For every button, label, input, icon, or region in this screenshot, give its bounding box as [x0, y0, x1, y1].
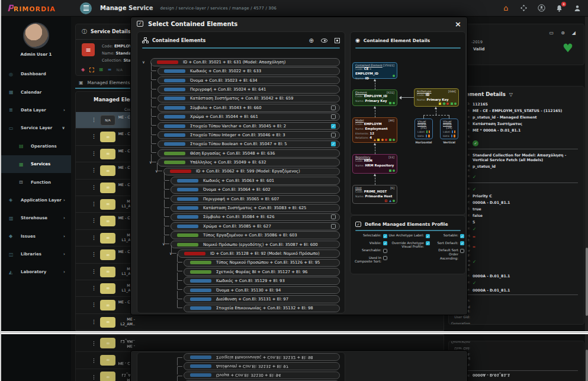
kebab-menu-icon[interactable]: ⋮ [91, 319, 97, 325]
diagram-node-element[interactable]: Element[631] Code: EMPLOYM_ID Name: Prim… [352, 89, 397, 106]
diagram-node-archetype[interactable]: Archetype[644] Code: ID Name: Primary Ke… [414, 88, 459, 107]
tree-row[interactable]: ∨ Υπάλληλος + Con.El: 35049 + El: 632 [141, 158, 341, 167]
sidebar-item[interactable]: Libraries › [1, 245, 71, 263]
diagram-node-repository[interactable]: Repository[11] Code: HRM Name: HRM Repos… [352, 154, 397, 174]
sidebar-item[interactable]: Service Layer ∨ [1, 119, 71, 137]
hamburger-menu-button[interactable] [80, 2, 92, 14]
dashed-frame-icon[interactable] [89, 68, 94, 72]
diagram-node-visual-profile-vertical[interactable]: Visual Profile[14] Label: Data: [440, 119, 458, 139]
row-checkbox[interactable] [331, 105, 336, 110]
tree-row[interactable]: ∨ Στοιχεία Επικοινωνίας + Con.El: 35132 … [141, 353, 341, 361]
kebab-menu-icon[interactable]: ⋮ [91, 341, 97, 347]
tree-row[interactable]: ∨ Σχετικός Φορέας BI + Con.El: 35127 + E… [141, 268, 341, 276]
user-avatar[interactable] [23, 23, 49, 49]
eye-icon[interactable] [321, 39, 327, 43]
profile-checkbox[interactable] [426, 234, 430, 238]
tree-row[interactable]: ∨ Σύμβολο + Con.El: 35043 + El: 660 [141, 104, 341, 112]
sidebar-item[interactable]: Calendar [1, 83, 71, 101]
kebab-menu-icon[interactable]: ⋮ [91, 117, 97, 123]
tree-row[interactable]: ∨ Τύπος Νομικού Προσώπου + Con.El: 35126… [141, 259, 341, 267]
kebab-menu-icon[interactable]: ⋮ [91, 201, 97, 207]
tree-row[interactable]: ∨ Όνομα + Con.El: 35064 + El: 602 [141, 185, 341, 194]
row-checkbox[interactable] [331, 142, 336, 146]
diagram-node-host[interactable]: Host[6] Code: PRIME_HOST Name: Primordia… [352, 185, 397, 204]
tree-row[interactable]: ∨ Κωδικός + Con.El: 35022 + El: 633 [141, 67, 341, 75]
home-icon[interactable]: ⌂ [502, 4, 510, 12]
tree-row[interactable]: ∨ Όνομα + Con.El: 35130 + El: 94 [141, 286, 341, 294]
kebab-menu-icon[interactable]: ⋮ [91, 151, 97, 156]
expand-icon[interactable] [520, 4, 528, 12]
profile-checkbox[interactable] [383, 249, 387, 253]
tree-row[interactable]: ∨ Θέση Εργασίας + Con.El: 35048 + El: 63… [141, 149, 341, 158]
tree-row[interactable]: ∨ ID + Con.El: 35128 + El: 92 (Model: Νο… [141, 249, 341, 258]
rows-icon[interactable]: ≡ [108, 67, 112, 72]
sidebar-item[interactable]: Issues › [1, 228, 71, 245]
share-icon[interactable]: ◈ [81, 67, 85, 72]
row-checkbox[interactable] [331, 133, 336, 137]
row-checkbox[interactable] [331, 214, 336, 219]
tree-row[interactable]: ∨ Κατάσταση Συστήματος + Con.El: 35083 +… [141, 204, 341, 212]
filter-icon[interactable]: ▽ [509, 92, 513, 97]
profile-checkbox[interactable] [383, 234, 387, 238]
kebab-menu-icon[interactable]: ⋮ [91, 167, 97, 173]
kebab-menu-icon[interactable]: ⋮ [91, 358, 97, 364]
kebab-menu-icon[interactable]: ⋮ [91, 235, 97, 241]
profile-checkbox[interactable] [460, 249, 464, 253]
vertical-scrollbar[interactable] [585, 334, 588, 381]
sidebar-item[interactable]: Application Layer › [1, 191, 71, 209]
sidebar-item[interactable]: Function [1, 173, 71, 191]
row-checkbox[interactable] [331, 124, 336, 129]
diagram-node-contained-element[interactable]: Contained Element[35021] Code: CE – EMPL… [352, 62, 397, 79]
sidebar-item[interactable]: Services [1, 155, 71, 173]
scrollbar-thumb[interactable] [586, 350, 588, 381]
kebab-menu-icon[interactable]: ⋮ [91, 285, 97, 291]
notifications-bell-icon[interactable]: 8 [555, 4, 563, 12]
table-row[interactable]: ⋮ ∞ ME - L2_AM.. [76, 335, 444, 351]
diagram-node-visual-profile-horizontal[interactable]: Visual Profile[01] Label: Data: [415, 119, 433, 139]
vertical-scrollbar[interactable] [585, 17, 588, 331]
profile-checkbox[interactable] [426, 241, 430, 245]
scrollbar-thumb[interactable] [586, 248, 588, 316]
grid-icon[interactable]: ⊞ [99, 67, 103, 72]
sidebar-item[interactable]: Storehouse › [1, 209, 71, 227]
tree-row[interactable]: ∨ ID + Con.El: 35021 + El: 631 (Model: Α… [141, 58, 341, 66]
tree-row[interactable]: ∨ Στοιχείο Τύπου Boolean + Con.El: 35047… [141, 140, 341, 149]
tree-row[interactable]: ∨ Στοιχείο Τύπου Integer + Con.El: 35046… [141, 131, 341, 139]
sidebar-item[interactable]: Data Layer › [1, 101, 71, 119]
tree-row[interactable]: ∨ Στοιχείο Τύπου Varchar + Con.El: 35045… [141, 122, 341, 130]
gear-icon[interactable]: ⊛ [561, 30, 565, 36]
tree-row[interactable]: ∨ Όνομα + Con.El: 35130 + El: 94 [141, 372, 341, 380]
sidebar-item[interactable]: Operations [1, 137, 71, 155]
kebab-menu-icon[interactable]: ⋮ [91, 217, 97, 223]
profile-checkbox[interactable] [383, 256, 387, 260]
tree-row[interactable]: ∨ Χρώμα + Con.El: 35085 + El: 627 [141, 222, 341, 230]
tree-row[interactable]: ∨ Στοιχεία Επικοινωνίας + Con.El: 35132 … [141, 305, 341, 313]
tree-row[interactable]: ∨ ID + Con.El: 35062 + El: 599 (Model: Ε… [141, 168, 341, 176]
tree-row[interactable]: ∨ Περιγραφή + Con.El: 35024 + El: 641 [141, 85, 341, 94]
tree-row[interactable]: ∨ Σύμβολο + Con.El: 35084 + El: 626 [141, 213, 341, 222]
tree-row[interactable]: ∨ Διεύθυνση + Con.El: 35131 + El: 97 [141, 362, 341, 370]
tree-row[interactable]: ∨ Κωδικός + Con.El: 35063 + El: 601 [141, 177, 341, 185]
profile-checkbox[interactable] [460, 241, 464, 245]
row-checkbox[interactable] [331, 224, 336, 229]
sidebar-item[interactable]: Dashboard [1, 65, 71, 83]
tree-row[interactable]: ∨ Διεύθυνση + Con.El: 35131 + El: 97 [141, 295, 341, 303]
tree-row[interactable]: ∨ Περιγραφή + Con.El: 35065 + El: 607 [141, 195, 341, 203]
chevron-down-icon[interactable]: ∨ [142, 60, 145, 65]
barcode-icon[interactable]: ▭ [550, 30, 554, 36]
kebab-menu-icon[interactable]: ⋮ [91, 184, 97, 190]
add-icon[interactable]: ⊕ [309, 37, 314, 44]
profile-checkbox[interactable] [383, 241, 387, 245]
kebab-menu-icon[interactable]: ⋮ [91, 268, 97, 274]
kebab-menu-icon[interactable]: ⋮ [91, 302, 97, 308]
table-row[interactable]: ⋮ ∞ ME - L2_AM.. [76, 314, 444, 331]
tree-row[interactable]: ∨ Τύπος Εργαζομένου + Con.El: 35086 + El… [141, 231, 341, 239]
tree-row[interactable]: ∨ Κατάσταση Συστήματος + Con.El: 35042 +… [141, 95, 341, 103]
close-icon[interactable]: × [455, 20, 461, 28]
fit-view-icon[interactable] [335, 38, 340, 43]
tree-row[interactable]: ∨ Κωδικός + Con.El: 35129 + El: 93 [141, 277, 341, 285]
kebab-menu-icon[interactable]: ⋮ [91, 251, 97, 257]
kebab-menu-icon[interactable]: ⋮ [91, 374, 97, 380]
tree-row[interactable]: ∨ Χρώμα + Con.El: 35044 + El: 661 [141, 113, 341, 121]
sidebar-item[interactable]: Laboratory › [1, 263, 71, 281]
